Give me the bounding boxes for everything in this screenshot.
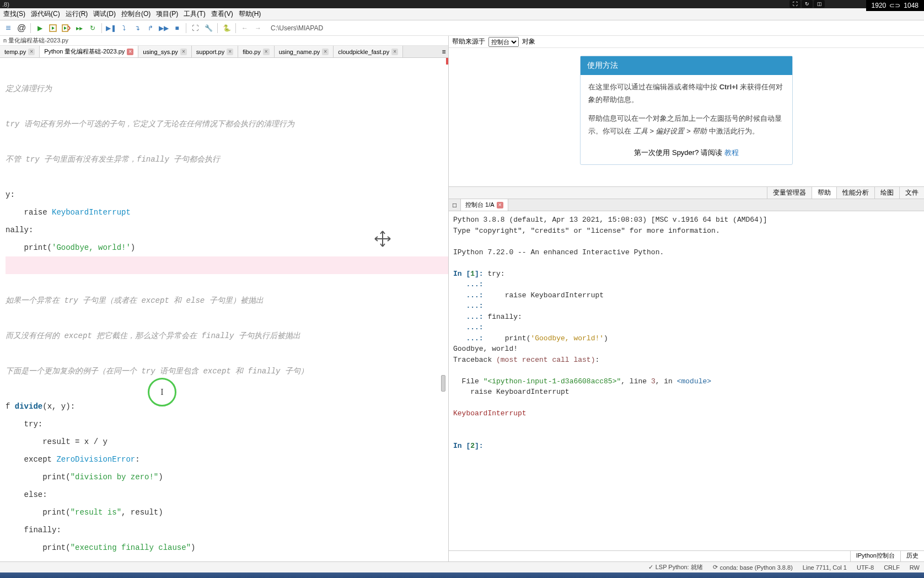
stop-debug-icon[interactable]: ■ xyxy=(171,22,183,34)
step-out-icon[interactable]: ↱ xyxy=(144,22,157,34)
close-icon[interactable]: × xyxy=(497,202,503,208)
tab-profiler[interactable]: 性能分析 xyxy=(836,187,874,199)
help-tabs: 变量管理器 帮助 性能分析 绘图 文件 xyxy=(449,186,924,199)
close-icon[interactable]: × xyxy=(391,49,398,55)
menu-view[interactable]: 查看(V) xyxy=(209,8,235,20)
tab-main[interactable]: Python 量化编程基础-2023.py× xyxy=(40,46,138,57)
tab-help[interactable]: 帮助 xyxy=(812,187,836,199)
debug-icon[interactable]: ▶❚ xyxy=(105,22,117,34)
code-editor[interactable]: 定义清理行为 try 语句还有另外一个可选的子句，它定义了无论在任何情况下都会执… xyxy=(0,58,448,561)
tab-support[interactable]: support.py× xyxy=(192,46,238,57)
tutorial-link[interactable]: 教程 xyxy=(724,148,739,157)
step-into-icon[interactable]: ↴ xyxy=(131,22,143,34)
tab-ipython-console[interactable]: IPython控制台 xyxy=(850,551,900,561)
tab-history[interactable]: 历史 xyxy=(900,551,924,561)
at-icon[interactable]: @ xyxy=(15,22,28,34)
close-icon[interactable]: × xyxy=(127,49,133,55)
console-output[interactable]: Python 3.8.8 (default, Apr 13 2021, 15:0… xyxy=(449,211,924,550)
maximize-icon[interactable]: ⛶ xyxy=(189,22,201,34)
menu-help[interactable]: 帮助(H) xyxy=(237,8,264,20)
menu-debug[interactable]: 调试(D) xyxy=(91,8,118,20)
status-encoding[interactable]: UTF-8 xyxy=(857,563,874,571)
tab-using-sys[interactable]: using_sys.py× xyxy=(138,46,192,57)
tab-cloudpickle[interactable]: cloudpickle_fast.py× xyxy=(334,46,403,57)
tab-files[interactable]: 文件 xyxy=(899,187,924,199)
run-file-icon[interactable]: ▶ xyxy=(34,22,46,34)
help-footer: 第一次使用 Spyder? 请阅读 教程 xyxy=(581,143,792,164)
scroll-marker xyxy=(446,58,448,65)
code-comment: 而又没有任何的 except 把它截住，那么这个异常会在 finally 子句执… xyxy=(6,327,448,345)
help-text: 帮助信息可以在一个对象之后加上一个左圆括号的时候自动显示。你可以在 工具 > 偏… xyxy=(588,112,785,138)
code-comment: try 语句还有另外一个可选的子句，它定义了无论在任何情况下都会执行的清理行为 xyxy=(6,115,448,133)
titlebar: .8) xyxy=(0,0,924,8)
menu-run[interactable]: 运行(R) xyxy=(63,8,90,20)
run-selection-icon[interactable]: ▸▸ xyxy=(73,22,85,34)
run-cell-advance-icon[interactable] xyxy=(60,22,72,34)
help-card-title: 使用方法 xyxy=(581,56,792,75)
menu-source[interactable]: 源代码(C) xyxy=(29,8,62,20)
console-pane: □ 控制台 1/A × Python 3.8.8 (default, Apr 1… xyxy=(449,199,924,561)
help-source-select[interactable]: 控制台 xyxy=(488,37,519,47)
fullscreen-icon[interactable]: ⛶ xyxy=(789,0,801,8)
os-taskbar[interactable] xyxy=(0,572,924,578)
rerun-icon[interactable]: ↻ xyxy=(87,22,99,34)
menu-console[interactable]: 控制台(O) xyxy=(119,8,153,20)
help-text: 在这里你可以通过在编辑器或者终端中按 Ctrl+I 来获得任何对象的帮助信息。 xyxy=(588,81,785,106)
toolbar: ≡ @ ▶ ▸▸ ↻ ▶❚ ⤵ ↴ ↱ ▶▶ ■ ⛶ 🔧 🐍 ← → C:\Us… xyxy=(0,20,924,36)
list-icon[interactable]: ≡ xyxy=(2,22,14,34)
splitter-handle[interactable] xyxy=(441,375,445,392)
menu-tools[interactable]: 工具(T) xyxy=(181,8,207,20)
working-dir[interactable]: C:\Users\MIAPAD xyxy=(271,24,323,32)
console-list-icon[interactable]: □ xyxy=(449,199,461,211)
console-bottom-tabs: IPython控制台 历史 xyxy=(449,550,924,561)
code-comment: 下面是一个更加复杂的例子（在同一个 try 语句里包含 except 和 fin… xyxy=(6,362,448,380)
tab-fibo[interactable]: fibo.py× xyxy=(238,46,274,57)
menu-project[interactable]: 项目(P) xyxy=(154,8,180,20)
tab-plots[interactable]: 绘图 xyxy=(874,187,899,199)
help-toolbar: 帮助来源于 控制台 对象 xyxy=(449,36,924,48)
tab-variable-explorer[interactable]: 变量管理器 xyxy=(767,187,812,199)
close-icon[interactable]: × xyxy=(227,49,233,55)
close-icon[interactable]: × xyxy=(263,49,270,55)
status-conda[interactable]: ⟳ conda: base (Python 3.8.8) xyxy=(713,563,793,571)
close-icon[interactable]: × xyxy=(180,49,187,55)
status-line-col[interactable]: Line 7711, Col 1 xyxy=(803,563,847,571)
nav-fwd-icon[interactable]: → xyxy=(252,22,264,34)
menu-search[interactable]: 查找(S) xyxy=(1,8,28,20)
tab-using-name[interactable]: using_name.py× xyxy=(275,46,334,57)
console-tab[interactable]: 控制台 1/A × xyxy=(461,199,508,211)
editor-pane: n 量化编程基础-2023.py temp.py× Python 量化编程基础-… xyxy=(0,36,449,561)
help-object-label: 对象 xyxy=(522,37,535,46)
help-card: 使用方法 在这里你可以通过在编辑器或者终端中按 Ctrl+I 来获得任何对象的帮… xyxy=(580,56,793,165)
step-over-icon[interactable]: ⤵ xyxy=(118,22,130,34)
statusbar: ✓ LSP Python: 就绪 ⟳ conda: base (Python 3… xyxy=(0,561,924,572)
continue-icon[interactable]: ▶▶ xyxy=(158,22,170,34)
close-icon[interactable]: × xyxy=(28,49,35,55)
editor-tabs: temp.py× Python 量化编程基础-2023.py× using_sy… xyxy=(0,46,448,58)
move-cursor-icon xyxy=(373,229,393,249)
resolution-badge: 1920 ⊂⊃ 1048 xyxy=(866,0,924,11)
status-lsp[interactable]: ✓ LSP Python: 就绪 xyxy=(648,563,703,571)
help-pane: 帮助来源于 控制台 对象 使用方法 在这里你可以通过在编辑器或者终端中按 Ctr… xyxy=(449,36,924,199)
menubar: 查找(S) 源代码(C) 运行(R) 调试(D) 控制台(O) 项目(P) 工具… xyxy=(0,8,924,20)
close-icon[interactable]: × xyxy=(322,49,329,55)
video-controls: ⛶ ↻ ◫ xyxy=(789,0,825,8)
loop-icon[interactable]: ↻ xyxy=(802,0,813,8)
python-path-icon[interactable]: 🐍 xyxy=(221,22,233,34)
code-comment: 如果一个异常在 try 子句里（或者在 except 和 else 子句里）被抛… xyxy=(6,292,448,309)
status-rw[interactable]: RW xyxy=(910,563,920,571)
code-comment: 不管 try 子句里面有没有发生异常，finally 子句都会执行 xyxy=(6,151,448,168)
status-eol[interactable]: CRLF xyxy=(884,563,900,571)
help-source-label: 帮助来源于 xyxy=(452,37,485,46)
tab-options-icon[interactable]: ≡ xyxy=(439,46,448,58)
right-pane: 帮助来源于 控制台 对象 使用方法 在这里你可以通过在编辑器或者终端中按 Ctr… xyxy=(449,36,924,561)
editor-file-path: n 量化编程基础-2023.py xyxy=(0,36,448,46)
preferences-icon[interactable]: 🔧 xyxy=(202,22,214,34)
cursor-highlight xyxy=(148,378,176,406)
console-tabs: □ 控制台 1/A × xyxy=(449,199,924,211)
run-cell-icon[interactable] xyxy=(47,22,59,34)
popout-icon[interactable]: ◫ xyxy=(814,0,825,8)
titlebar-text: .8) xyxy=(2,1,9,8)
nav-back-icon[interactable]: ← xyxy=(239,22,251,34)
tab-temp[interactable]: temp.py× xyxy=(0,46,40,57)
